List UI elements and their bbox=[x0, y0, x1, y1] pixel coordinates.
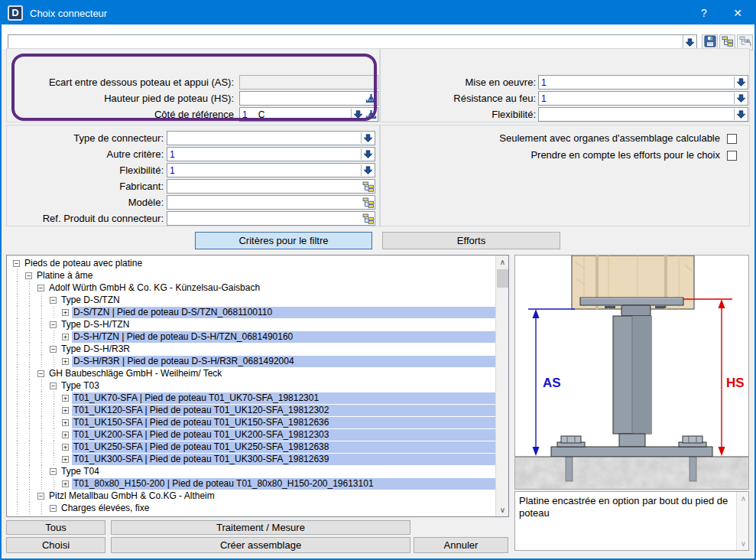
tree-item[interactable]: −Type D-S-H/R3R bbox=[7, 343, 495, 355]
flexibilite-combobox[interactable] bbox=[538, 107, 748, 122]
caption-scrollbar[interactable]: ∧ ∨ bbox=[736, 492, 748, 550]
dropdown-arrow-icon[interactable] bbox=[362, 164, 375, 177]
ref-produit-field[interactable] bbox=[167, 211, 375, 226]
traitement-mesure-button[interactable]: Traitement / Mesure bbox=[111, 520, 410, 535]
close-button[interactable]: ✕ bbox=[721, 2, 754, 24]
tree-item[interactable]: −Type D-S-H/TZN bbox=[7, 318, 495, 330]
tree-item[interactable]: +D-S-H/R3R | Pied de poteau D-S-H/R3R_06… bbox=[7, 355, 495, 367]
expand-icon[interactable]: + bbox=[62, 456, 69, 463]
expand-icon[interactable]: + bbox=[62, 395, 69, 402]
expand-icon[interactable]: + bbox=[62, 419, 69, 426]
modele-field[interactable] bbox=[167, 195, 375, 210]
tree-item[interactable]: +T01_80x80_H150-200 | Pied de poteau T01… bbox=[7, 477, 495, 490]
tree-select-icon[interactable] bbox=[362, 180, 375, 193]
tree-item-label[interactable]: Adolf Würth GmbH & Co. KG - Künzelsau-Ga… bbox=[47, 282, 495, 294]
scroll-down-icon[interactable]: ∨ bbox=[737, 537, 750, 550]
tree-item[interactable]: −Type T04 bbox=[7, 465, 495, 477]
tree-item-label[interactable]: Type T04 bbox=[60, 466, 495, 477]
tree-item[interactable]: +T01_UK120-SFA | Pied de poteau T01_UK12… bbox=[7, 404, 495, 416]
tree-scrollbar[interactable]: ∧ ∨ bbox=[495, 256, 508, 516]
choisi-button[interactable]: Choisi bbox=[6, 537, 105, 553]
collapse-icon[interactable]: − bbox=[50, 321, 57, 328]
tree-item[interactable]: +T01_UK200-SFA | Pied de poteau T01_UK20… bbox=[7, 428, 495, 441]
dropdown-arrow-icon[interactable] bbox=[735, 108, 748, 121]
tree-item-label[interactable]: Pieds de poteau avec platine bbox=[23, 258, 495, 269]
scroll-down-icon[interactable]: ∨ bbox=[496, 503, 509, 516]
expand-icon[interactable]: + bbox=[62, 480, 69, 487]
tree-item-label[interactable]: Platine à âme bbox=[35, 270, 495, 282]
expand-icon[interactable]: + bbox=[62, 309, 69, 316]
creer-assemblage-button[interactable]: Créer assemblage bbox=[111, 537, 410, 553]
type-connecteur-combobox[interactable] bbox=[167, 131, 375, 145]
tree-item[interactable]: +D-S/TZN | Pied de poteau D-S/TZN_068110… bbox=[7, 306, 495, 318]
tree-item-label[interactable]: D-S/TZN | Pied de poteau D-S/TZN_0681100… bbox=[72, 307, 495, 318]
resistance-feu-combobox[interactable]: 1 bbox=[538, 91, 748, 106]
tree-item[interactable]: +D-S-H/TZN | Pied de poteau D-S-H/TZN_06… bbox=[7, 330, 495, 343]
tree-item-label[interactable]: Type D-S-H/TZN bbox=[60, 319, 495, 330]
collapse-icon[interactable]: − bbox=[50, 383, 57, 389]
expand-icon[interactable]: + bbox=[62, 431, 69, 438]
tree-item-label[interactable]: Type D-S-H/R3R bbox=[60, 343, 495, 355]
collapse-icon[interactable]: − bbox=[50, 505, 57, 512]
tree-item-label[interactable]: D-S-H/R3R | Pied de poteau D-S-H/R3R_068… bbox=[72, 356, 495, 367]
collapse-icon[interactable]: − bbox=[37, 285, 44, 291]
tree-item[interactable]: −Pieds de poteau avec platine bbox=[7, 257, 495, 269]
collapse-icon[interactable]: − bbox=[25, 272, 32, 279]
hs-field[interactable] bbox=[239, 91, 378, 106]
tree-item[interactable]: −GH Baubeschläge GmbH - Weilheim/ Teck bbox=[7, 367, 495, 379]
dropdown-arrow-icon[interactable] bbox=[362, 148, 375, 161]
tree-item-label[interactable]: T01_UK70-SFA | Pied de poteau T01_UK70-S… bbox=[72, 392, 495, 404]
expand-icon[interactable]: + bbox=[62, 334, 69, 340]
measure-icon[interactable] bbox=[365, 92, 378, 105]
tree-item[interactable]: −Type D-S/TZN bbox=[7, 294, 495, 306]
fabricant-field[interactable] bbox=[167, 179, 375, 194]
dropdown-arrow-icon[interactable] bbox=[362, 132, 375, 145]
autre-critere-combobox[interactable]: 1 bbox=[167, 147, 375, 161]
modele-input[interactable] bbox=[167, 197, 362, 208]
annuler-button[interactable]: Annuler bbox=[414, 537, 508, 553]
scroll-up-icon[interactable]: ∧ bbox=[737, 492, 750, 505]
reference-side-combobox[interactable]: 1 C bbox=[239, 107, 378, 122]
calculable-checkbox[interactable] bbox=[727, 134, 737, 144]
expand-icon[interactable]: + bbox=[62, 444, 69, 451]
tree-item[interactable]: −Pitzl Metallbau GmbH & Co.KG - Altheim bbox=[7, 490, 495, 502]
tree-item-label[interactable]: Pitzl Metallbau GmbH & Co.KG - Altheim bbox=[47, 490, 495, 502]
ref-produit-input[interactable] bbox=[167, 213, 362, 224]
mise-en-oeuvre-combobox[interactable]: 1 bbox=[538, 75, 748, 90]
dropdown-arrow-icon[interactable] bbox=[735, 92, 748, 105]
tree-item-label[interactable]: Charges élevées, fixe bbox=[60, 503, 495, 514]
hs-input[interactable] bbox=[240, 93, 365, 104]
tree-item-label[interactable]: T01_UK150-SFA | Pied de poteau T01_UK150… bbox=[72, 417, 495, 428]
collapse-icon[interactable]: − bbox=[13, 260, 20, 267]
tree-item-label[interactable]: D-S-H/TZN | Pied de poteau D-S-H/TZN_068… bbox=[72, 331, 495, 343]
collapse-icon[interactable]: − bbox=[50, 346, 57, 353]
tree-item-label[interactable]: T01_UK200-SFA | Pied de poteau T01_UK200… bbox=[72, 429, 495, 441]
tree-item[interactable]: −Platine à âme bbox=[7, 269, 495, 282]
tree-item[interactable]: +T01_UK70-SFA | Pied de poteau T01_UK70-… bbox=[7, 392, 495, 404]
collapse-icon[interactable]: − bbox=[37, 493, 44, 500]
tree-item[interactable]: +T01_UK150-SFA | Pied de poteau T01_UK15… bbox=[7, 416, 495, 428]
tous-button[interactable]: Tous bbox=[6, 520, 105, 535]
tree-item-label[interactable]: T01_UK250-SFA | Pied de poteau T01_UK250… bbox=[72, 441, 495, 453]
tab-efforts[interactable]: Efforts bbox=[382, 232, 560, 249]
tree-item[interactable]: +T01_UK300-SFA | Pied de poteau T01_UK30… bbox=[7, 453, 495, 465]
tree-item[interactable]: +T01_UK250-SFA | Pied de poteau T01_UK25… bbox=[7, 441, 495, 453]
tree-item-label[interactable]: T01_UK300-SFA | Pied de poteau T01_UK300… bbox=[72, 454, 495, 465]
tree-item-label[interactable]: T01_UK120-SFA | Pied de poteau T01_UK120… bbox=[72, 405, 495, 416]
expand-icon[interactable]: + bbox=[62, 407, 69, 414]
scroll-up-icon[interactable]: ∧ bbox=[496, 256, 509, 269]
measure-icon[interactable] bbox=[365, 108, 378, 121]
fabricant-input[interactable] bbox=[167, 181, 362, 192]
tree-item[interactable]: −Adolf Würth GmbH & Co. KG - Künzelsau-G… bbox=[7, 282, 495, 294]
tree-item[interactable]: −Type T03 bbox=[7, 379, 495, 392]
expand-icon[interactable]: + bbox=[62, 358, 69, 365]
tree-item-label[interactable]: GH Baubeschläge GmbH - Weilheim/ Teck bbox=[47, 368, 495, 379]
tree-item-label[interactable]: Type D-S/TZN bbox=[60, 295, 495, 306]
tree-select-icon[interactable] bbox=[362, 212, 375, 225]
collapse-icon[interactable]: − bbox=[37, 370, 44, 377]
efforts-checkbox[interactable] bbox=[727, 151, 737, 161]
tab-criteres-filtre[interactable]: Critères pour le filtre bbox=[195, 232, 372, 249]
tree-item[interactable]: −Charges élevées, fixe bbox=[7, 502, 495, 514]
dropdown-arrow-icon[interactable] bbox=[352, 108, 365, 121]
tree-item-label[interactable]: Type T03 bbox=[60, 380, 495, 392]
